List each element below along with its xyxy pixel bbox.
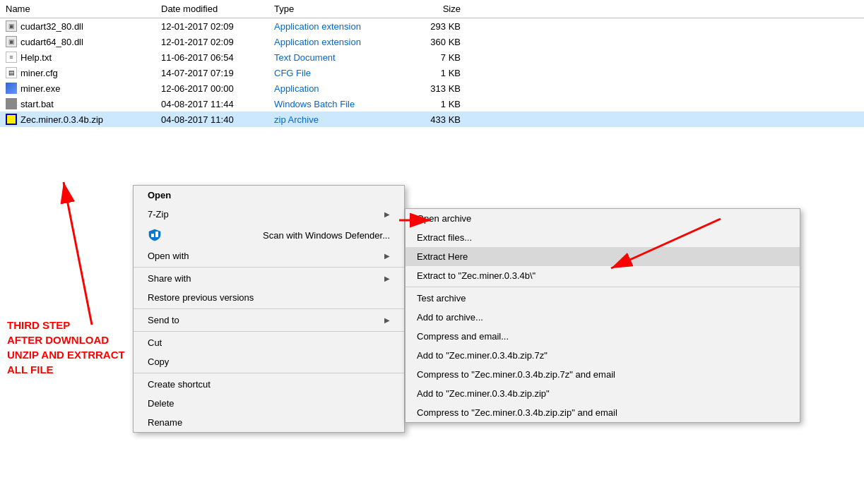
col-header-size[interactable]: Size — [410, 2, 466, 16]
submenu-arrow-icon: ▶ — [384, 252, 390, 260]
submenu-arrow-icon: ▶ — [384, 210, 390, 218]
submenu-item[interactable]: Add to archive... — [406, 308, 800, 327]
file-name: start.bat — [20, 99, 54, 109]
submenu-item-label: Add to archive... — [417, 312, 483, 323]
submenu-item-label: Open archive — [417, 213, 471, 224]
submenu-item-label: Compress to "Zec.miner.0.3.4b.zip.zip" a… — [417, 407, 617, 418]
file-name: Zec.miner.0.3.4b.zip — [20, 114, 103, 125]
submenu-item[interactable]: Compress to "Zec.miner.0.3.4b.zip.7z" an… — [406, 365, 800, 384]
txt-icon: ≡ — [6, 52, 17, 63]
context-menu-secondary[interactable]: Open archiveExtract files...Extract Here… — [405, 208, 800, 423]
cell-size: 7 KB — [410, 52, 466, 63]
file-row[interactable]: Zec.miner.0.3.4b.zip 04-08-2017 11:40 zi… — [0, 112, 864, 127]
submenu-item-label: Compress and email... — [417, 331, 509, 342]
cell-date: 11-06-2017 06:54 — [155, 52, 268, 63]
submenu-item[interactable]: Extract Here — [406, 247, 800, 266]
menu-item-label: Restore previous versions — [148, 292, 254, 303]
cell-name: start.bat — [0, 98, 155, 109]
context-menu-item[interactable]: 7-Zip▶ — [134, 205, 404, 224]
svg-rect-0 — [151, 234, 154, 237]
submenu-item[interactable]: Compress and email... — [406, 327, 800, 346]
col-header-date[interactable]: Date modified — [155, 2, 268, 16]
cell-type: Application extension — [268, 37, 410, 47]
dll-icon: ▣ — [6, 20, 17, 32]
context-menu-item[interactable]: Cut — [134, 333, 404, 352]
annotation-text: THIRD STEP AFTER DOWNLOAD UNZIP AND EXTR… — [7, 318, 125, 377]
context-menu-item[interactable]: Open — [134, 186, 404, 205]
submenu-item[interactable]: Open archive — [406, 209, 800, 228]
cell-size: 433 KB — [410, 114, 466, 125]
zip-icon — [6, 114, 17, 125]
cell-name: ▣ cudart64_80.dll — [0, 36, 155, 47]
submenu-item-label: Test archive — [417, 293, 466, 304]
cell-type: zip Archive — [268, 114, 410, 125]
menu-separator — [134, 373, 404, 373]
file-table-header: Name Date modified Type Size — [0, 0, 864, 18]
defender-icon — [148, 228, 162, 242]
file-name: miner.cfg — [20, 68, 58, 78]
menu-separator — [134, 267, 404, 268]
file-explorer: Name Date modified Type Size ▣ cudart32_… — [0, 0, 864, 127]
exe-icon — [6, 83, 17, 94]
context-menu-item[interactable]: Share with▶ — [134, 269, 404, 288]
cell-size: 1 KB — [410, 68, 466, 78]
submenu-item-label: Extract Here — [417, 251, 468, 262]
submenu-item[interactable]: Test archive — [406, 289, 800, 308]
file-row[interactable]: ▣ cudart32_80.dll 12-01-2017 02:09 Appli… — [0, 18, 864, 34]
submenu-item-label: Add to "Zec.miner.0.3.4b.zip.7z" — [417, 350, 548, 361]
col-header-name[interactable]: Name — [0, 2, 155, 16]
submenu-item[interactable]: Add to "Zec.miner.0.3.4b.zip.zip" — [406, 384, 800, 403]
cell-date: 04-08-2017 11:44 — [155, 99, 268, 109]
file-name: cudart64_80.dll — [20, 37, 83, 47]
file-name: Help.txt — [20, 52, 52, 63]
cell-name: miner.exe — [0, 83, 155, 94]
cell-type: Windows Batch File — [268, 99, 410, 109]
menu-item-label: Send to — [148, 315, 179, 325]
col-header-type[interactable]: Type — [268, 2, 410, 16]
context-menu-item[interactable]: Delete — [134, 394, 404, 413]
cell-size: 313 KB — [410, 83, 466, 94]
file-list: ▣ cudart32_80.dll 12-01-2017 02:09 Appli… — [0, 18, 864, 127]
context-menu-item[interactable]: Create shortcut — [134, 375, 404, 394]
file-row[interactable]: ▤ miner.cfg 14-07-2017 07:19 CFG File 1 … — [0, 65, 864, 80]
cell-size: 360 KB — [410, 37, 466, 47]
menu-item-label: Share with — [148, 273, 191, 284]
submenu-item[interactable]: Add to "Zec.miner.0.3.4b.zip.7z" — [406, 346, 800, 365]
context-menu-item[interactable]: Open with▶ — [134, 246, 404, 265]
cell-name: ▣ cudart32_80.dll — [0, 20, 155, 32]
file-name: miner.exe — [20, 83, 60, 94]
svg-rect-1 — [155, 232, 158, 237]
submenu-item[interactable]: Extract to "Zec.miner.0.3.4b\" — [406, 266, 800, 285]
file-row[interactable]: start.bat 04-08-2017 11:44 Windows Batch… — [0, 96, 864, 112]
context-menu-item[interactable]: Rename — [134, 413, 404, 432]
submenu-item-label: Compress to "Zec.miner.0.3.4b.zip.7z" an… — [417, 369, 615, 380]
cell-type: CFG File — [268, 68, 410, 78]
file-row[interactable]: ▣ cudart64_80.dll 12-01-2017 02:09 Appli… — [0, 34, 864, 49]
file-row[interactable]: miner.exe 12-06-2017 00:00 Application 3… — [0, 80, 864, 96]
submenu-arrow-icon: ▶ — [384, 316, 390, 324]
cell-date: 12-01-2017 02:09 — [155, 21, 268, 32]
menu-item-label: Copy — [148, 356, 169, 367]
svg-line-5 — [64, 182, 92, 325]
cell-type: Application extension — [268, 21, 410, 32]
context-menu-item[interactable]: Restore previous versions — [134, 288, 404, 307]
cell-size: 1 KB — [410, 99, 466, 109]
cell-size: 293 KB — [410, 21, 466, 32]
submenu-item[interactable]: Compress to "Zec.miner.0.3.4b.zip.zip" a… — [406, 403, 800, 422]
cell-date: 12-06-2017 00:00 — [155, 83, 268, 94]
menu-item-label: Scan with Windows Defender... — [263, 230, 390, 241]
menu-item-label: 7-Zip — [148, 209, 169, 220]
cell-type: Text Document — [268, 52, 410, 63]
submenu-separator — [406, 287, 800, 287]
submenu-item[interactable]: Extract files... — [406, 228, 800, 247]
file-name: cudart32_80.dll — [20, 21, 83, 32]
menu-item-label: Create shortcut — [148, 379, 211, 390]
cell-date: 12-01-2017 02:09 — [155, 37, 268, 47]
context-menu-item[interactable]: Send to▶ — [134, 311, 404, 330]
submenu-item-label: Extract files... — [417, 232, 472, 243]
context-menu-primary[interactable]: Open7-Zip▶ Scan with Windows Defender...… — [133, 185, 405, 433]
context-menu-item[interactable]: Copy — [134, 352, 404, 371]
file-row[interactable]: ≡ Help.txt 11-06-2017 06:54 Text Documen… — [0, 49, 864, 65]
menu-separator — [134, 331, 404, 332]
context-menu-item[interactable]: Scan with Windows Defender... — [134, 224, 404, 246]
